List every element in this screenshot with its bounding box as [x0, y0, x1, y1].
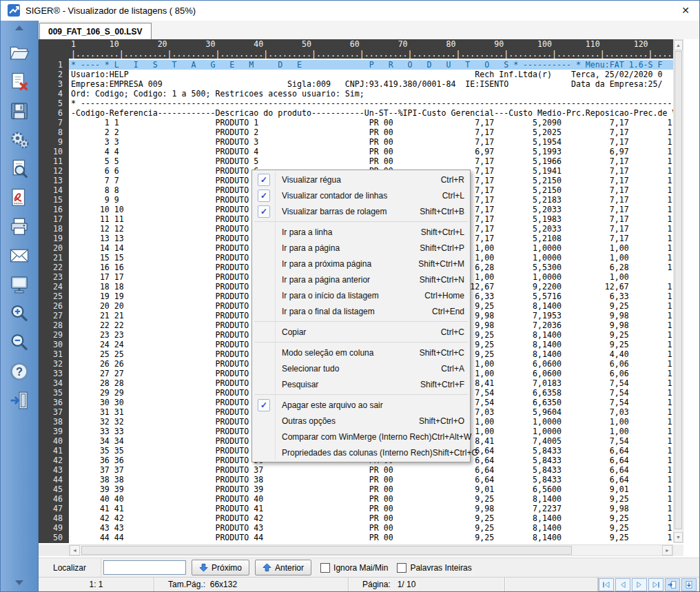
previous-page-button[interactable] [615, 578, 630, 591]
listing-line: -Codigo-Referencia------------Descricao … [69, 108, 673, 118]
menu-item-label: Apagar este arquivo ao sair [276, 400, 383, 410]
print-icon[interactable] [9, 216, 30, 237]
menu-item-shortcut: Shift+Ctrl+B [420, 207, 464, 216]
line-number: 40 [39, 436, 69, 446]
menu-item-shortcut: Shift+Ctrl+F [420, 380, 464, 389]
ruler-corner [39, 39, 69, 59]
last-page-button[interactable] [648, 578, 663, 591]
vertical-scroll-thumb[interactable] [675, 51, 682, 529]
menu-item-visualizar-barras[interactable]: ✓Visualizar barras de rolagemShift+Ctrl+… [252, 203, 470, 219]
scroll-down-arrow-icon[interactable]: ▼ [674, 532, 683, 542]
line-number: 11 [39, 156, 69, 166]
scroll-left-arrow-icon[interactable]: ◄ [70, 545, 80, 555]
whole-words-checkbox[interactable]: Palavras Inteiras [397, 563, 471, 573]
export-page-button[interactable] [681, 578, 697, 591]
menu-item-copiar[interactable]: CopiarCtrl+C [252, 324, 470, 340]
menu-item-selecionar-tudo[interactable]: Selecionar tudoCtrl+A [252, 360, 470, 376]
sidebar-scroll-up-icon[interactable] [15, 25, 23, 30]
close-icon[interactable]: ✕ [678, 3, 693, 17]
listing-line: Ord: Codigo; Codigo: 1 a 500; Restricoes… [69, 89, 673, 99]
menu-item-label: Propriedades das colunas (Interno Rech) [276, 448, 433, 458]
menu-item-shortcut: Ctrl+A [441, 364, 464, 374]
line-number: 24 [39, 282, 69, 292]
delete-file-icon[interactable] [9, 72, 30, 92]
menu-separator [252, 392, 470, 397]
zoom-out-icon[interactable] [9, 332, 30, 353]
listing-line: 44 44 PRODUTO 44 PR 00 9,25 8,1400 9,25 … [69, 533, 673, 542]
scroll-up-arrow-icon[interactable]: ▲ [674, 40, 683, 50]
menu-item-visualizar-regua[interactable]: ✓Visualizar réguaCtrl+R [252, 172, 470, 187]
status-empty-cell [505, 578, 598, 591]
first-page-button[interactable] [599, 578, 614, 591]
horizontal-scrollbar[interactable]: ◄ ► [69, 544, 673, 556]
vertical-scrollbar[interactable]: ▲ ▼ [673, 39, 683, 543]
ignore-case-checkbox[interactable]: Ignora Mai/Min [320, 563, 388, 573]
menu-item-outras-opcoes[interactable]: Outras opçõesShift+Ctrl+O [252, 413, 470, 429]
line-number: 7 [39, 118, 69, 127]
search-input[interactable] [103, 560, 186, 575]
status-cursor-position: 1: 1 [39, 578, 154, 591]
menu-item-pesquisar[interactable]: PesquisarShift+Ctrl+F [252, 376, 470, 392]
menu-item-ir-inicio-listagem[interactable]: Ir para o início da listagemCtrl+Home [252, 287, 470, 303]
line-number: 42 [39, 456, 69, 465]
menu-item-label: Visualizar régua [276, 175, 341, 185]
menu-item-visualizar-contador[interactable]: ✓Visualizar contador de linhasCtrl+L [252, 187, 470, 203]
line-number: 30 [39, 340, 69, 349]
line-number: 5 [39, 99, 69, 108]
menu-item-label: Outras opções [276, 416, 336, 426]
preview-icon[interactable] [9, 159, 30, 179]
menu-item-ir-proxima-pagina[interactable]: Ir para a próxima páginaShift+Ctrl+M [252, 256, 470, 272]
column-ruler: 1 10 20 30 40 50 60 70 80 90 100 110 120… [69, 39, 673, 59]
line-number: 9 [39, 137, 69, 147]
zoom-in-icon[interactable] [9, 303, 30, 324]
line-number: 29 [39, 330, 69, 340]
listing-line: * --------------------------------------… [69, 99, 673, 108]
menu-item-ir-linha[interactable]: Ir para a linhaShift+Ctrl+L [252, 224, 470, 240]
settings-icon[interactable] [9, 130, 30, 150]
title-bar: SIGER® - Visualizador de listagens ( 85%… [1, 0, 699, 21]
line-number: 15 [39, 195, 69, 205]
line-number: 49 [39, 523, 69, 533]
ruler-numbers: 1 10 20 30 40 50 60 70 80 90 100 110 120 [69, 39, 673, 49]
pdf-icon[interactable] [9, 187, 30, 208]
menu-item-label: Selecionar tudo [276, 364, 339, 374]
save-icon[interactable] [9, 101, 30, 121]
exit-icon[interactable] [9, 390, 30, 411]
next-page-button[interactable] [632, 578, 647, 591]
line-number: 37 [39, 407, 69, 417]
menu-item-ir-pagina[interactable]: Ir para a páginaShift+Ctrl+P [252, 240, 470, 256]
menu-item-shortcut: Ctrl+Home [424, 291, 464, 300]
arrow-down-icon [199, 563, 208, 572]
go-to-page-button[interactable] [665, 578, 680, 591]
menu-item-label: Comparar com WinMerge (Interno Rech) [276, 432, 431, 442]
line-number: 22 [39, 263, 69, 272]
checkmark-icon: ✓ [252, 399, 276, 411]
find-previous-button[interactable]: Anterior [255, 560, 311, 575]
menu-item-apagar-arquivo-sair[interactable]: ✓Apagar este arquivo ao sair [252, 397, 470, 413]
tab-listing-file[interactable]: 009_FAT_106_S_00.LSV [39, 23, 152, 39]
menu-item-ir-final-listagem[interactable]: Ir para o final da listagemCtrl+End [252, 303, 470, 319]
open-file-icon[interactable] [9, 43, 30, 63]
sidebar-scroll-down-icon[interactable] [15, 580, 23, 585]
menu-separator [252, 219, 470, 224]
window-title: SIGER® - Visualizador de listagens ( 85%… [25, 6, 196, 16]
find-next-button[interactable]: Próximo [192, 560, 249, 575]
email-icon[interactable] [9, 245, 30, 266]
menu-item-shortcut: Ctrl+Alt+W [431, 432, 471, 442]
listing-line: 42 42 PRODUTO 42 PR 00 9,25 8,1400 9,25 … [69, 513, 673, 523]
menu-item-comparar-winmerge[interactable]: Comparar com WinMerge (Interno Rech)Ctrl… [252, 429, 470, 445]
menu-item-label: Visualizar barras de rolagem [276, 207, 387, 216]
menu-item-shortcut: Shift+Ctrl+M [418, 259, 464, 269]
find-previous-label: Anterior [275, 563, 304, 573]
line-number: 1 [39, 60, 69, 70]
horizontal-scroll-thumb[interactable] [81, 546, 572, 555]
context-menu: ✓Visualizar réguaCtrl+R✓Visualizar conta… [251, 170, 471, 462]
menu-item-modo-selecao-coluna[interactable]: Modo seleção em colunaShift+Ctrl+C [252, 345, 470, 360]
menu-item-ir-pagina-anterior[interactable]: Ir para a página anteriorShift+Ctrl+N [252, 272, 470, 287]
scroll-right-arrow-icon[interactable]: ► [662, 545, 672, 555]
help-icon[interactable]: ? [9, 361, 30, 382]
menu-item-shortcut: Ctrl+R [441, 175, 464, 185]
screen-icon[interactable] [9, 274, 30, 295]
line-number: 28 [39, 320, 69, 330]
menu-item-propriedades-colunas[interactable]: Propriedades das colunas (Interno Rech)S… [252, 445, 470, 460]
